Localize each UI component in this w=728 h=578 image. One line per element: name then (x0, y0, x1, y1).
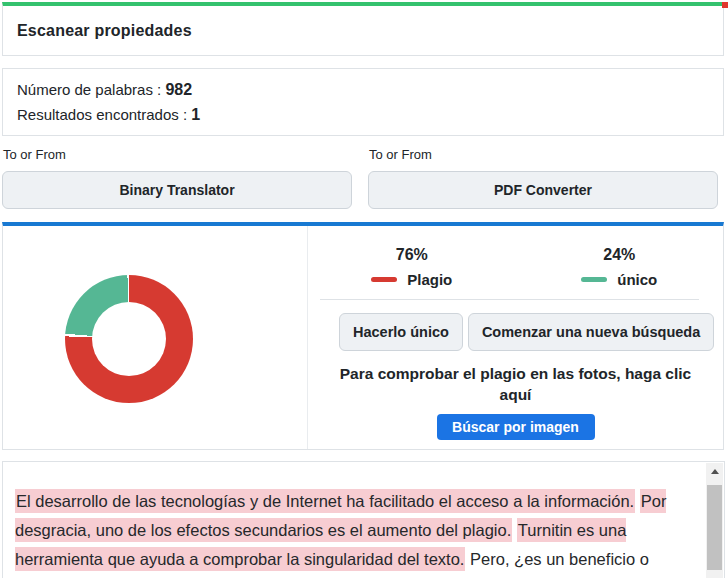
legend-group-unique: 24% único (516, 246, 724, 288)
binary-translator-button[interactable]: Binary Translator (2, 171, 352, 209)
word-count-value: 982 (165, 81, 192, 98)
to-or-from-label: To or From (369, 147, 718, 162)
plagiarism-color-dash-icon (371, 277, 397, 282)
donut-hole (92, 302, 166, 376)
unique-label: único (617, 271, 657, 288)
results-found-line: Resultados encontrados : 1 (17, 102, 709, 127)
text-box-scrollbar[interactable] (706, 463, 723, 578)
unique-color-dash-icon (581, 277, 607, 282)
results-found-label: Resultados encontrados : (17, 106, 187, 123)
scanned-text-box[interactable]: El desarrollo de las tecnologías y de In… (2, 461, 725, 578)
plagiarism-results-card: 76% Plagio 24% único Hacerlo único Comen… (2, 222, 724, 450)
pdf-converter-button[interactable]: PDF Converter (368, 171, 718, 209)
converter-column-pdf: To or From PDF Converter (368, 147, 718, 209)
scan-properties-card: Escanear propiedades (2, 2, 724, 56)
plagiarism-label: Plagio (407, 271, 452, 288)
action-buttons-row: Hacerlo único Comenzar una nueva búsqued… (339, 313, 723, 351)
word-count-line: Número de palabras : 982 (17, 77, 709, 102)
make-unique-button[interactable]: Hacerlo único (339, 313, 463, 351)
legend-divider (320, 299, 699, 300)
new-search-button[interactable]: Comenzar una nueva búsqueda (468, 313, 714, 351)
photo-plagiarism-hint: Para comprobar el plagio en las fotos, h… (325, 363, 707, 405)
highlighted-sentence: El desarrollo de las tecnologías y de In… (15, 489, 635, 513)
scan-stats-card: Número de palabras : 982 Resultados enco… (2, 68, 724, 136)
scroll-up-button[interactable] (706, 463, 723, 480)
page-title: Escanear propiedades (17, 22, 192, 40)
corner-red-marker (722, 2, 728, 8)
donut-chart (65, 275, 193, 403)
chart-panel (3, 226, 308, 449)
unique-percentage: 24% (603, 246, 635, 264)
search-by-image-button[interactable]: Búscar por imagen (437, 414, 595, 440)
results-panel: 76% Plagio 24% único Hacerlo único Comen… (308, 226, 723, 449)
legend-item-unique: único (581, 271, 657, 288)
to-or-from-label: To or From (3, 147, 352, 162)
legend-group-plagiarism: 76% Plagio (308, 246, 516, 288)
results-found-value: 1 (191, 106, 200, 123)
scrollbar-thumb[interactable] (707, 485, 722, 570)
chart-legend: 76% Plagio 24% único (308, 246, 723, 288)
word-count-label: Número de palabras : (17, 81, 161, 98)
plagiarism-percentage: 76% (396, 246, 428, 264)
converter-links-row: To or From Binary Translator To or From … (2, 147, 718, 209)
scroll-up-arrow-icon (711, 469, 719, 474)
converter-column-binary: To or From Binary Translator (2, 147, 352, 209)
legend-item-plagiarism: Plagio (371, 271, 452, 288)
